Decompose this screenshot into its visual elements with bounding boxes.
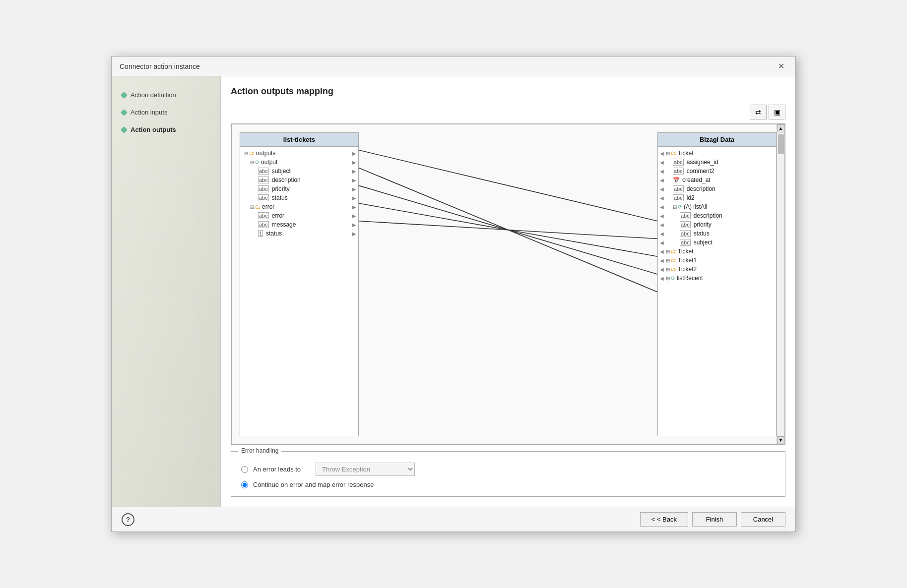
expand-icon[interactable]: ⊞: [666, 267, 670, 272]
node-label: comment2: [687, 168, 714, 175]
close-button[interactable]: ✕: [775, 60, 787, 72]
diamond-icon: [121, 109, 128, 116]
dialog: Connector action instance ✕ Action defin…: [111, 56, 796, 532]
tree-node: ◀ ⊞ ⟳ listRecent: [658, 274, 776, 283]
tree-node: 1 status ▶: [240, 229, 358, 238]
date-icon: 📅: [673, 177, 680, 183]
node-label: status: [694, 230, 710, 237]
arrow-right-icon: ▶: [352, 222, 356, 228]
loop-icon: ⟳: [255, 159, 259, 166]
arrow-left-icon: ◀: [660, 213, 664, 219]
tree-node: abc subject ▶: [240, 167, 358, 176]
node-label: description: [694, 212, 722, 219]
sidebar-item-action-inputs[interactable]: Action inputs: [122, 109, 210, 116]
throw-exception-select[interactable]: Throw Exception Stop process Ignore: [316, 463, 415, 476]
toggle-view-button[interactable]: ⇄: [750, 105, 767, 119]
left-tree-panel: list-tickets ⊟ 🗂 outputs ▶: [240, 132, 359, 436]
finish-button[interactable]: Finish: [692, 512, 737, 527]
tree-node: ◀ abc id2: [658, 193, 776, 202]
tree-node: ◀ ⊞ 🗂 Ticket1: [658, 256, 776, 265]
node-label: priority: [272, 185, 290, 192]
abc-icon: abc: [258, 176, 269, 183]
tree-node: ◀ abc assignee_id: [658, 158, 776, 167]
expand-icon[interactable]: ⊟: [673, 204, 677, 210]
abc-icon: abc: [673, 194, 684, 201]
tree-node: ◀ abc description: [658, 211, 776, 220]
arrow-left-icon: ◀: [660, 169, 664, 174]
help-button[interactable]: ?: [122, 513, 134, 526]
sidebar-item-action-outputs[interactable]: Action outputs: [122, 126, 210, 133]
sidebar-item-label: Action inputs: [130, 109, 167, 116]
arrow-left-icon: ◀: [660, 222, 664, 228]
tree-node: abc status ▶: [240, 193, 358, 202]
folder-icon: 🗂: [671, 248, 676, 254]
arrow-right-icon: ▶: [352, 231, 356, 236]
abc-icon: abc: [680, 239, 691, 246]
right-tree-body: ◀ ⊟ 🗂 Ticket ◀ abc assignee_id: [658, 147, 776, 285]
node-label: error: [272, 212, 284, 219]
node-label: subject: [272, 168, 291, 175]
content-area: Action definition Action inputs Action o…: [112, 76, 795, 507]
abc-icon: abc: [680, 212, 691, 219]
expand-icon[interactable]: ⊟: [250, 204, 254, 210]
node-label: id2: [687, 194, 695, 201]
tree-node: abc priority ▶: [240, 184, 358, 193]
tree-node: ◀ abc description: [658, 184, 776, 193]
mapping-inner: list-tickets ⊟ 🗂 outputs ▶: [240, 132, 777, 436]
arrow-right-icon: ▶: [352, 177, 356, 183]
tree-node: ⊟ ⟳ output ▶: [240, 158, 358, 167]
scroll-up-arrow[interactable]: ▲: [777, 124, 785, 132]
sidebar-item-action-definition[interactable]: Action definition: [122, 91, 210, 99]
arrow-right-icon: ▶: [352, 195, 356, 201]
arrow-left-icon: ◀: [660, 186, 664, 192]
svg-line-4: [359, 150, 657, 221]
node-label: assignee_id: [687, 159, 718, 166]
arrow-left-icon: ◀: [660, 231, 664, 236]
tree-node: ◀ abc subject: [658, 238, 776, 247]
expand-icon[interactable]: ⊟: [244, 151, 248, 156]
arrow-left-icon: ◀: [660, 177, 664, 183]
arrow-right-icon: ▶: [352, 213, 356, 219]
error-option-throw: An error leads to Throw Exception Stop p…: [241, 463, 775, 476]
back-button[interactable]: < < Back: [640, 512, 688, 527]
expand-icon[interactable]: ⊞: [666, 249, 670, 254]
vertical-scrollbar[interactable]: ▲ ▼: [777, 124, 784, 444]
tree-node: ◀ ⊟ 🗂 Ticket: [658, 149, 776, 158]
tree-node: ◀ abc priority: [658, 220, 776, 229]
node-label: output: [261, 159, 277, 166]
arrow-left-icon: ◀: [660, 258, 664, 263]
tree-node: ◀ ⊞ 🗂 Ticket: [658, 247, 776, 256]
node-label: listRecent: [677, 275, 703, 282]
throw-select-wrapper: Throw Exception Stop process Ignore: [316, 463, 415, 476]
arrow-left-icon: ◀: [660, 195, 664, 201]
continue-on-error-radio[interactable]: [241, 481, 248, 488]
tree-node: ◀ abc comment2: [658, 167, 776, 176]
right-tree-header: Bizagi Data: [658, 133, 776, 147]
node-label: Ticket: [678, 248, 694, 255]
abc-icon: abc: [673, 159, 684, 166]
error-option-continue: Continue on error and map error response: [241, 481, 775, 488]
throw-exception-radio[interactable]: [241, 466, 248, 473]
tree-node: ◀ ⊞ 🗂 Ticket2: [658, 265, 776, 274]
left-tree-header: list-tickets: [240, 133, 358, 147]
scroll-down-arrow[interactable]: ▼: [777, 436, 785, 444]
abc-icon: abc: [680, 221, 691, 228]
expand-icon[interactable]: ⊞: [666, 276, 670, 281]
expand-icon[interactable]: ⊞: [666, 258, 670, 263]
tree-node: ⊟ 🗂 error ▶: [240, 202, 358, 211]
expand-icon[interactable]: ⊟: [666, 151, 670, 156]
arrow-left-icon: ◀: [660, 160, 664, 165]
panel-title: Action outputs mapping: [231, 86, 785, 97]
tree-node: ⊟ 🗂 outputs ▶: [240, 149, 358, 158]
right-tree-panel: Bizagi Data ◀ ⊟ 🗂 Ticket ◀: [657, 132, 777, 436]
scroll-thumb[interactable]: [778, 134, 784, 154]
folder-icon: 🗂: [671, 257, 676, 263]
loop-icon: ⟳: [671, 275, 675, 282]
node-label: priority: [694, 221, 712, 228]
cancel-button[interactable]: Cancel: [741, 512, 785, 527]
expand-icon[interactable]: ⊟: [250, 160, 254, 165]
arrow-right-icon: ▶: [352, 186, 356, 192]
layout-button[interactable]: ▣: [769, 105, 785, 119]
num-icon: 1: [258, 230, 263, 237]
folder-icon: 🗂: [249, 150, 255, 156]
